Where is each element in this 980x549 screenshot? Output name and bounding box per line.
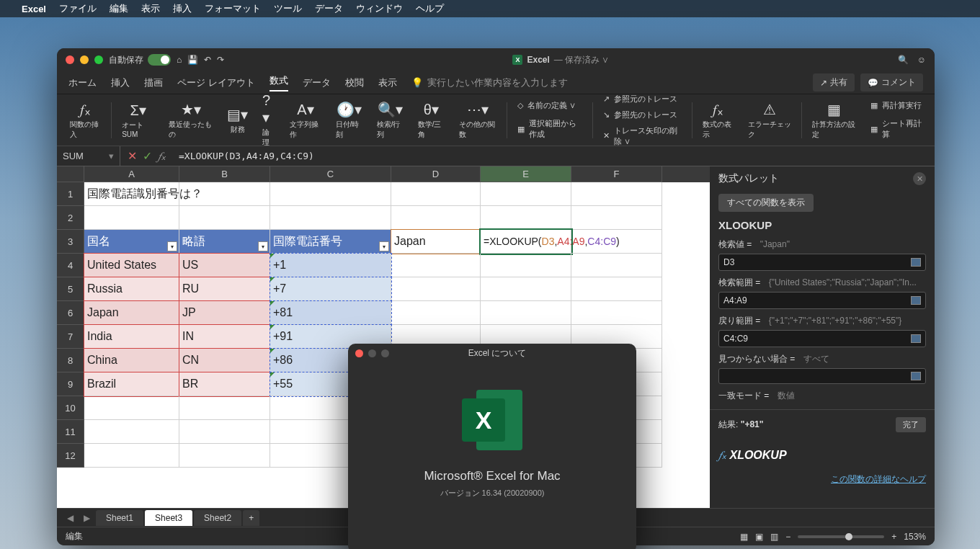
cell[interactable] xyxy=(571,254,662,277)
cell[interactable] xyxy=(571,277,662,301)
more-functions-button[interactable]: ⋯▾その他の関数 xyxy=(453,97,502,143)
cell[interactable]: RU xyxy=(179,277,270,301)
row-header[interactable]: 8 xyxy=(57,349,84,372)
cell[interactable]: =XLOOKUP(D3,A4:A9,C4:C9) xyxy=(481,230,571,254)
tell-me[interactable]: 💡実行したい作業内容を入力します xyxy=(411,76,568,89)
cell[interactable]: Russia xyxy=(84,277,179,301)
sheet-tab-3[interactable]: Sheet3 xyxy=(145,510,192,526)
cancel-formula-icon[interactable]: ✕ xyxy=(128,149,137,163)
menu-window[interactable]: ウィンドウ xyxy=(356,2,403,15)
remove-arrows[interactable]: ✕ トレース矢印の削除 ∨ xyxy=(603,124,682,148)
cell[interactable]: China xyxy=(84,349,179,372)
cell[interactable] xyxy=(391,182,481,206)
cell[interactable] xyxy=(571,301,662,325)
sheet-next-icon[interactable]: ▶ xyxy=(79,513,94,523)
row-header[interactable]: 10 xyxy=(57,396,84,420)
range-select-icon[interactable] xyxy=(911,296,921,305)
define-name-button[interactable]: ◇ 名前の定義 ∨ xyxy=(517,99,582,112)
select-all-corner[interactable] xyxy=(57,166,84,182)
arg-input[interactable]: A4:A9 xyxy=(718,292,926,309)
palette-close-icon[interactable]: ✕ xyxy=(913,172,926,185)
text-button[interactable]: A▾文字列操作 xyxy=(284,97,326,143)
cell[interactable] xyxy=(481,182,571,206)
cell[interactable] xyxy=(179,182,270,206)
row-header[interactable]: 11 xyxy=(57,420,84,444)
sheet-tab-2[interactable]: Sheet2 xyxy=(194,510,241,526)
cell[interactable]: Japan xyxy=(391,230,481,254)
cell[interactable] xyxy=(571,230,662,254)
cell[interactable]: CN xyxy=(179,349,270,372)
col-header-a[interactable]: A xyxy=(84,166,179,182)
recent-button[interactable]: ★▾最近使ったもの xyxy=(163,97,218,143)
row-header[interactable]: 12 xyxy=(57,444,84,468)
comments-button[interactable]: 💬 コメント xyxy=(860,73,923,92)
cell[interactable] xyxy=(391,277,481,301)
zoom-out-icon[interactable]: − xyxy=(785,532,790,542)
account-icon[interactable]: ☺ xyxy=(917,55,926,65)
menu-help[interactable]: ヘルプ xyxy=(416,2,444,15)
insert-function-button[interactable]: 𝑓ₓ関数の挿入 xyxy=(64,97,107,143)
share-button[interactable]: ↗ 共有 xyxy=(813,73,855,92)
save-icon[interactable]: 💾 xyxy=(187,55,198,65)
cell[interactable] xyxy=(84,206,179,230)
add-sheet-button[interactable]: + xyxy=(243,510,259,526)
cell[interactable]: 国名▾ xyxy=(84,230,179,254)
lookup-button[interactable]: 🔍▾検索/行列 xyxy=(371,97,409,143)
home-icon[interactable]: ⌂ xyxy=(177,55,182,65)
arg-input[interactable] xyxy=(718,368,926,384)
range-select-icon[interactable] xyxy=(911,258,921,267)
cell[interactable] xyxy=(391,206,481,230)
tab-insert[interactable]: 挿入 xyxy=(111,76,130,89)
cell[interactable]: 国際電話番号▾ xyxy=(270,230,391,254)
view-page-icon[interactable]: ▣ xyxy=(755,532,763,542)
cell[interactable] xyxy=(270,182,391,206)
cell[interactable]: JP xyxy=(179,301,270,325)
menu-tools[interactable]: ツール xyxy=(274,2,302,15)
logical-button[interactable]: ?▾論理 xyxy=(257,97,281,143)
row-header[interactable]: 1 xyxy=(57,182,84,206)
cell[interactable]: Brazil xyxy=(84,372,179,396)
cell[interactable] xyxy=(270,206,391,230)
sheet-tab-1[interactable]: Sheet1 xyxy=(96,510,143,526)
cell[interactable]: India xyxy=(84,325,179,349)
range-select-icon[interactable] xyxy=(911,334,921,343)
saved-status[interactable]: — 保存済み ∨ xyxy=(554,54,610,66)
filter-icon[interactable]: ▾ xyxy=(258,241,268,251)
datetime-button[interactable]: 🕐▾日付/時刻 xyxy=(330,97,368,143)
view-break-icon[interactable]: ▥ xyxy=(770,532,778,542)
create-from-selection-button[interactable]: ▦ 選択範囲から作成 xyxy=(517,117,582,141)
cell[interactable]: United States xyxy=(84,254,179,277)
view-normal-icon[interactable]: ▦ xyxy=(740,532,748,542)
row-header[interactable]: 5 xyxy=(57,277,84,301)
minimize-button[interactable] xyxy=(80,55,89,64)
zoom-slider[interactable] xyxy=(798,535,884,538)
menu-insert[interactable]: 挿入 xyxy=(173,2,192,15)
financial-button[interactable]: ▤▾財務 xyxy=(221,97,254,143)
filter-icon[interactable]: ▾ xyxy=(167,241,177,251)
cell[interactable] xyxy=(84,396,179,420)
arg-input[interactable]: D3 xyxy=(718,254,926,271)
formula-input[interactable]: =XLOOKUP(D3,A4:A9,C4:C9) xyxy=(173,151,935,161)
cell[interactable] xyxy=(571,182,662,206)
calc-options-button[interactable]: ▦計算方法の設定 xyxy=(806,97,862,143)
tab-home[interactable]: ホーム xyxy=(68,76,97,89)
autosum-button[interactable]: Σ▾オートSUM xyxy=(116,97,160,143)
menu-view[interactable]: 表示 xyxy=(141,2,160,15)
math-button[interactable]: θ▾数学/三角 xyxy=(412,97,450,143)
cell[interactable]: Japan xyxy=(84,301,179,325)
function-help-link[interactable]: この関数の詳細なヘルプ xyxy=(710,470,935,488)
redo-icon[interactable]: ↷ xyxy=(217,55,224,65)
cell[interactable] xyxy=(391,254,481,277)
col-header-f[interactable]: F xyxy=(571,166,662,182)
cell[interactable]: +7 xyxy=(270,277,391,301)
cell[interactable] xyxy=(84,420,179,444)
row-header[interactable]: 2 xyxy=(57,206,84,230)
cell[interactable] xyxy=(179,206,270,230)
col-header-e[interactable]: E xyxy=(481,166,571,182)
cell[interactable] xyxy=(84,444,179,468)
cell[interactable] xyxy=(481,254,571,277)
close-button[interactable] xyxy=(66,55,74,64)
trace-precedents[interactable]: ↗ 参照元のトレース xyxy=(603,92,682,106)
col-header-d[interactable]: D xyxy=(391,166,481,182)
tab-draw[interactable]: 描画 xyxy=(144,76,163,89)
